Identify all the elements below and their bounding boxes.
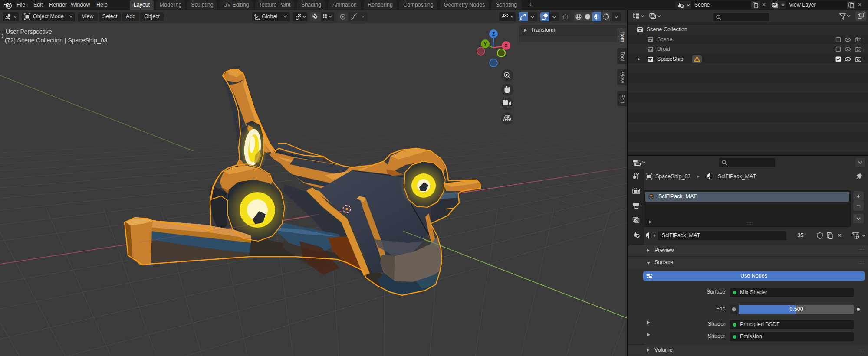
svg-text:Y: Y	[483, 41, 487, 46]
svg-text:X: X	[504, 43, 508, 48]
svg-text:Z: Z	[492, 31, 495, 36]
